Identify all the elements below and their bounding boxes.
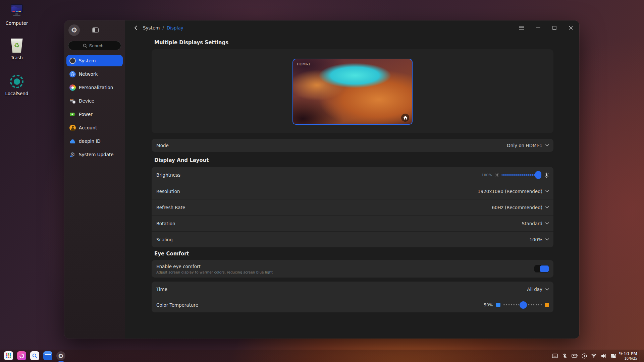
chevron-down-icon bbox=[545, 238, 549, 241]
app-grid-icon bbox=[6, 353, 11, 359]
computer-icon bbox=[3, 3, 31, 19]
sidebar-item-power[interactable]: Power bbox=[66, 109, 123, 120]
window-header: System / Display bbox=[125, 20, 579, 35]
swirl-logo-icon bbox=[19, 353, 24, 359]
display-settings-content: Multiple Displays Settings HDMI-1 Mode O… bbox=[125, 35, 579, 312]
sidebar-item-account[interactable]: Account bbox=[66, 122, 123, 133]
color-temperature-row: Color Temperature 50% bbox=[152, 297, 553, 312]
device-keyboard-mouse-icon bbox=[69, 98, 76, 104]
section-title-eye-comfort: Eye Comfort bbox=[154, 251, 553, 257]
brightness-slider-handle[interactable] bbox=[535, 171, 541, 179]
battery-icon bbox=[69, 111, 76, 118]
network-globe-icon bbox=[69, 71, 76, 77]
menu-button[interactable] bbox=[519, 25, 524, 31]
taskbar: ⚙ 9:10 PM 10/6/25 bbox=[0, 350, 644, 362]
gear-icon: ⚙ bbox=[58, 352, 64, 360]
keyboard-icon bbox=[552, 354, 558, 358]
launcher-button[interactable] bbox=[4, 351, 13, 360]
chevron-down-icon bbox=[545, 206, 549, 208]
keyboard-layout-tray-button[interactable] bbox=[552, 353, 558, 359]
quick-settings-tray-button[interactable] bbox=[610, 353, 616, 359]
localsend-icon bbox=[3, 74, 31, 89]
date-label: 10/6/25 bbox=[619, 357, 637, 361]
color-temperature-slider[interactable] bbox=[503, 301, 542, 309]
bluetooth-disabled-tray-button[interactable] bbox=[562, 353, 568, 359]
chevron-down-icon bbox=[545, 144, 549, 146]
battery-icon bbox=[572, 354, 578, 358]
wifi-icon bbox=[591, 354, 597, 358]
sidebar-item-system[interactable]: System bbox=[66, 55, 123, 66]
back-button[interactable] bbox=[131, 24, 140, 32]
close-button[interactable] bbox=[568, 25, 574, 31]
grand-search-button[interactable] bbox=[30, 351, 39, 360]
rotation-dropdown[interactable]: Standard bbox=[522, 221, 549, 226]
control-center-button[interactable]: ⚙ bbox=[56, 351, 65, 360]
refresh-rate-dropdown[interactable]: 60Hz (Recommended) bbox=[492, 205, 549, 210]
sun-large-icon bbox=[544, 173, 549, 178]
palette-icon bbox=[69, 84, 76, 91]
search-icon bbox=[83, 44, 87, 48]
search-box[interactable] bbox=[68, 41, 121, 50]
toggles-icon bbox=[610, 354, 616, 358]
time-dropdown[interactable]: All day bbox=[527, 287, 549, 292]
recycle-icon: ♻ bbox=[10, 42, 23, 49]
section-title-multiple-displays: Multiple Displays Settings bbox=[154, 40, 553, 46]
volume-tray-button[interactable] bbox=[601, 353, 607, 359]
chevron-left-icon bbox=[134, 25, 137, 30]
color-temperature-value: 50% bbox=[484, 302, 493, 307]
desktop-icon-label: Trash bbox=[3, 55, 31, 60]
eye-comfort-description: Adjust screen display to warmer colors, … bbox=[156, 270, 273, 274]
sidebar-item-system-update[interactable]: ⚙ System Update bbox=[66, 149, 123, 160]
sidebar-item-deepin-id[interactable]: deepin ID bbox=[66, 135, 123, 147]
color-temperature-slider-handle[interactable] bbox=[520, 301, 527, 309]
mode-row: Mode Only on HDMI-1 bbox=[152, 139, 553, 152]
sidebar-item-device[interactable]: Device bbox=[66, 95, 123, 107]
brightness-slider[interactable] bbox=[501, 171, 542, 179]
sidebar-item-personalization[interactable]: Personalization bbox=[66, 82, 123, 93]
desktop-icon-label: LocalSend bbox=[3, 91, 31, 96]
eye-comfort-toggle[interactable] bbox=[534, 265, 549, 273]
time-row: Time All day bbox=[152, 282, 553, 297]
scaling-dropdown[interactable]: 100% bbox=[529, 237, 549, 242]
maximize-button[interactable] bbox=[552, 25, 557, 31]
circle-chevron-right-icon bbox=[582, 353, 587, 359]
battery-tray-button[interactable] bbox=[572, 353, 578, 359]
brightness-row: Brightness 100% bbox=[152, 167, 553, 183]
monitor-preview-hdmi1[interactable]: HDMI-1 bbox=[292, 59, 413, 125]
system-tray bbox=[552, 353, 616, 359]
show-desktop-button[interactable] bbox=[640, 350, 641, 362]
breadcrumb-display: Display bbox=[167, 25, 183, 31]
close-icon bbox=[569, 26, 573, 30]
wifi-tray-button[interactable] bbox=[591, 353, 597, 359]
brightness-value: 100% bbox=[482, 173, 492, 177]
scaling-row: Scaling 100% bbox=[152, 231, 553, 247]
window-controls bbox=[519, 25, 574, 31]
eye-comfort-settings-group: Time All day Color Temperature 50% bbox=[152, 282, 553, 312]
clock[interactable]: 9:10 PM 10/6/25 bbox=[619, 351, 637, 360]
desktop-icon-trash[interactable]: ♻ Trash bbox=[3, 38, 31, 60]
home-icon bbox=[403, 116, 408, 120]
update-gear-icon: ⚙ bbox=[69, 152, 76, 158]
app-store-button[interactable] bbox=[17, 351, 26, 360]
sidebar-collapse-icon[interactable] bbox=[92, 27, 99, 33]
chevron-down-icon bbox=[545, 222, 549, 225]
search-input[interactable] bbox=[89, 43, 107, 48]
cloud-icon bbox=[69, 138, 76, 144]
sun-small-icon bbox=[495, 173, 499, 177]
resolution-dropdown[interactable]: 644x362 (Recommended) bbox=[478, 189, 549, 194]
minimize-button[interactable] bbox=[535, 25, 541, 31]
trash-icon: ♻ bbox=[3, 38, 31, 53]
sidebar-item-network[interactable]: Network bbox=[66, 68, 123, 80]
desktop-icon-localsend[interactable]: LocalSend bbox=[3, 74, 31, 96]
mode-dropdown[interactable]: Only on HDMI-1 bbox=[507, 143, 549, 148]
file-manager-button[interactable] bbox=[43, 351, 52, 360]
warm-color-marker bbox=[545, 303, 549, 307]
desktop-icon-computer[interactable]: Computer bbox=[3, 3, 31, 26]
desktop-icon-label: Computer bbox=[3, 20, 31, 26]
eye-comfort-row: Enable eye comfort Adjust screen display… bbox=[152, 260, 553, 278]
primary-display-badge bbox=[401, 114, 409, 122]
breadcrumb: System / Display bbox=[143, 25, 183, 31]
display-layout-group: Brightness 100% Resolution 644x362 (Re… bbox=[152, 167, 553, 247]
breadcrumb-system[interactable]: System bbox=[143, 25, 160, 31]
workspace-tray-button[interactable] bbox=[581, 353, 587, 359]
